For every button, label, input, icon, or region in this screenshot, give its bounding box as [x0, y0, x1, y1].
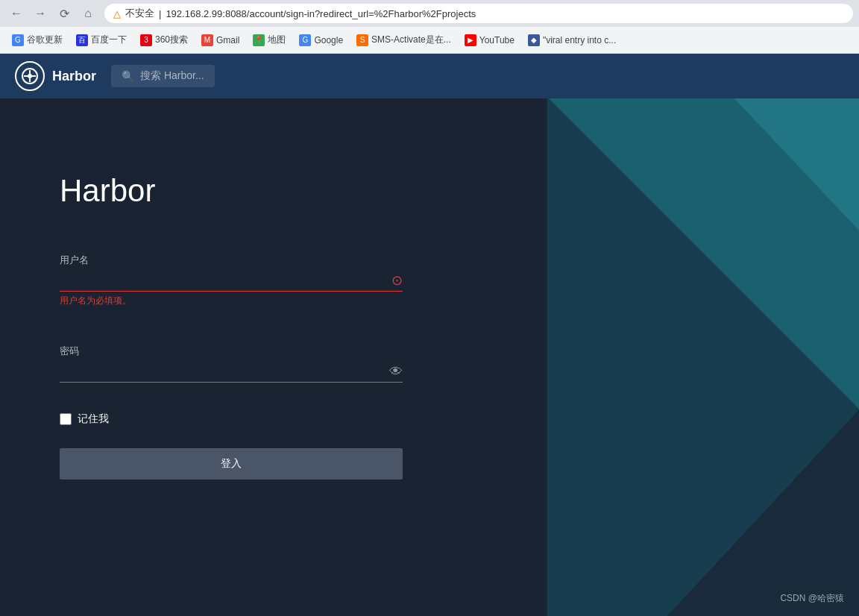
app-content: Harbor 🔍 搜索 Harbor... Harbor 用户名 ⊙ 用户名为必… [0, 54, 859, 616]
home-button[interactable]: ⌂ [78, 3, 98, 24]
remember-me-group[interactable]: 记住我 [60, 412, 413, 426]
address-bar[interactable]: △ 不安全 | 192.168.2.99:8088/account/sign-i… [104, 4, 853, 23]
password-toggle-icon[interactable]: 👁 [389, 364, 403, 380]
address-warning-text: 不安全 [125, 7, 154, 20]
main-content: Harbor 用户名 ⊙ 用户名为必填项。 密码 👁 [0, 98, 859, 616]
bookmark-sms-label: SMS-Activate是在... [371, 34, 451, 46]
address-url: 192.168.2.99:8088/account/sign-in?redire… [166, 8, 476, 19]
password-input[interactable] [60, 361, 403, 383]
remember-me-label: 记住我 [78, 412, 109, 426]
login-button[interactable]: 登入 [60, 448, 403, 480]
bookmark-youtube[interactable]: ▶ YouTube [459, 31, 520, 49]
search-icon: 🔍 [122, 70, 134, 82]
bookmark-google-label: Google [314, 35, 343, 45]
bookmark-sms-icon: S [356, 34, 368, 46]
nav-buttons: ← → ⟳ ⌂ [6, 3, 98, 24]
bookmark-baidu-label: 百度一下 [91, 34, 127, 46]
bookmark-viral-label: "viral entry into c... [543, 35, 616, 45]
bookmark-viral[interactable]: ◆ "viral entry into c... [522, 31, 622, 49]
bookmarks-bar: G 谷歌更新 百 百度一下 3 360搜索 M Gmail 📍 地图 G Goo… [0, 27, 859, 54]
bookmark-google-update-icon: G [12, 34, 24, 46]
bookmark-viral-icon: ◆ [528, 34, 540, 46]
harbor-logo-icon [15, 61, 45, 91]
bookmark-google[interactable]: G Google [293, 31, 349, 49]
bookmark-baidu-icon: 百 [76, 34, 88, 46]
page-title: Harbor [60, 173, 413, 209]
bookmark-maps-icon: 📍 [253, 34, 265, 46]
bookmark-gmail-label: Gmail [216, 35, 239, 45]
background-graphic [473, 98, 859, 616]
error-icon: ⊙ [391, 272, 403, 289]
bookmark-maps-label: 地图 [268, 34, 286, 46]
reload-button[interactable]: ⟳ [54, 3, 75, 24]
bookmark-sms[interactable]: S SMS-Activate是在... [350, 31, 457, 49]
harbor-search[interactable]: 🔍 搜索 Harbor... [111, 65, 215, 87]
title-bar: ← → ⟳ ⌂ △ 不安全 | 192.168.2.99:8088/accoun… [0, 0, 859, 27]
username-error-message: 用户名为必填项。 [60, 295, 413, 307]
bookmark-360-icon: 3 [140, 34, 152, 46]
bookmark-youtube-label: YouTube [479, 35, 515, 45]
bookmark-google-update[interactable]: G 谷歌更新 [6, 31, 69, 49]
harbor-logo: Harbor [15, 61, 96, 91]
harbor-header: Harbor 🔍 搜索 Harbor... [0, 54, 859, 98]
back-button[interactable]: ← [6, 3, 27, 24]
forward-button[interactable]: → [30, 3, 51, 24]
remember-me-checkbox[interactable] [60, 413, 72, 425]
bookmark-maps[interactable]: 📍 地图 [247, 31, 292, 49]
search-placeholder-text: 搜索 Harbor... [140, 69, 204, 83]
bookmark-360-label: 360搜索 [155, 34, 188, 46]
username-field-group: 用户名 ⊙ 用户名为必填项。 [60, 254, 413, 307]
security-warning-icon: △ [113, 8, 121, 19]
username-label: 用户名 [60, 254, 413, 267]
watermark: CSDN @哈密猿 [780, 592, 844, 605]
bookmark-gmail[interactable]: M Gmail [195, 31, 245, 49]
right-panel: CSDN @哈密猿 [473, 98, 859, 616]
username-input[interactable] [60, 270, 403, 292]
password-field-group: 密码 👁 [60, 345, 413, 383]
password-label: 密码 [60, 345, 413, 358]
bookmark-google-icon: G [299, 34, 311, 46]
bookmark-youtube-icon: ▶ [465, 34, 476, 46]
bookmark-google-update-label: 谷歌更新 [27, 34, 63, 46]
bookmark-360[interactable]: 3 360搜索 [134, 31, 194, 49]
browser-chrome: ← → ⟳ ⌂ △ 不安全 | 192.168.2.99:8088/accoun… [0, 0, 859, 54]
svg-point-3 [28, 74, 32, 78]
address-separator: | [159, 8, 161, 19]
bookmark-gmail-icon: M [201, 34, 213, 46]
harbor-logo-text: Harbor [52, 69, 96, 84]
login-panel: Harbor 用户名 ⊙ 用户名为必填项。 密码 👁 [0, 98, 473, 616]
bookmark-baidu[interactable]: 百 百度一下 [70, 31, 133, 49]
